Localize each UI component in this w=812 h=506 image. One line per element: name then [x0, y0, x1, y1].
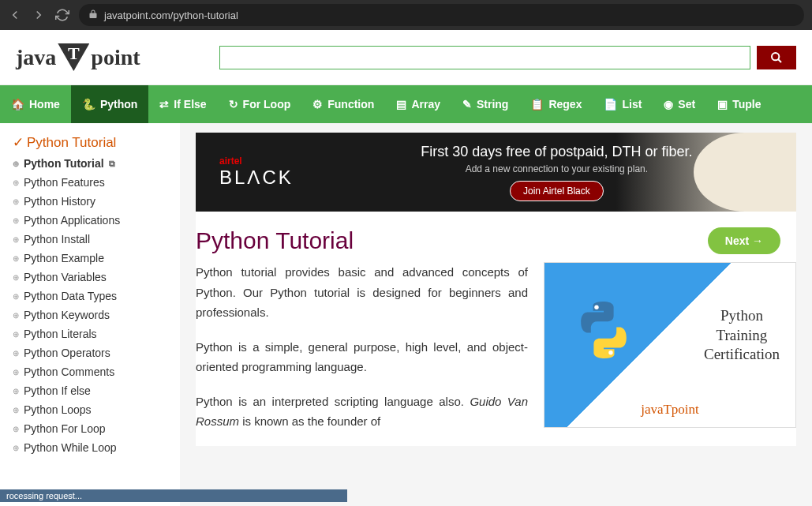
branch-icon: ⇄ — [159, 98, 169, 111]
sidebar-item[interactable]: ⊕Python If else — [5, 381, 180, 400]
next-button[interactable]: Next → — [708, 227, 780, 254]
bullet-icon: ⊕ — [13, 368, 19, 377]
bullet-icon: ⊕ — [13, 254, 19, 263]
url-bar[interactable]: javatpoint.com/python-tutorial — [79, 4, 804, 26]
body-text: Python tutorial provides basic and advan… — [196, 262, 528, 446]
sidebar-header: ✓ Python Tutorial — [5, 131, 180, 154]
title-row: Python Tutorial Next → — [196, 212, 796, 262]
home-icon: 🏠 — [11, 98, 24, 111]
logo-t-icon: T — [58, 43, 89, 71]
fn-icon: ⚙ — [312, 98, 323, 111]
sidebar-item[interactable]: ⊕Python Data Types — [5, 287, 180, 305]
sidebar-item[interactable]: ⊕Python Install — [5, 230, 180, 249]
ad-logo: airtel BLΛCK — [219, 156, 294, 189]
bullet-icon: ⊕ — [13, 311, 19, 320]
content-area: airtel BLΛCK First 30 days free of postp… — [180, 123, 812, 506]
ad-image — [694, 133, 796, 212]
bullet-icon: ⊕ — [13, 178, 19, 187]
paragraph-1: Python tutorial provides basic and advan… — [196, 262, 528, 323]
sidebar-item[interactable]: ⊕Python For Loop — [5, 419, 180, 438]
search-button[interactable] — [757, 46, 796, 69]
bullet-icon: ⊕ — [13, 159, 19, 168]
sidebar-item[interactable]: ⊕Python Keywords — [5, 305, 180, 324]
ad-banner[interactable]: airtel BLΛCK First 30 days free of postp… — [196, 133, 796, 212]
back-button[interactable] — [8, 8, 22, 22]
bullet-icon: ⊕ — [13, 273, 19, 282]
cert-card[interactable]: Python Training Certification javaTpoint — [544, 262, 796, 428]
page-title: Python Tutorial — [196, 227, 354, 254]
sidebar-item[interactable]: ⊕Python Loops — [5, 400, 180, 419]
nav-list[interactable]: 📄List — [593, 85, 653, 123]
reload-button[interactable] — [55, 8, 69, 22]
loop-icon: ↻ — [229, 98, 238, 111]
paragraph-3: Python is an interpreted scripting langu… — [196, 392, 528, 432]
cert-brand: javaTpoint — [641, 402, 699, 418]
bullet-icon: ⊕ — [13, 235, 19, 244]
nav-tuple[interactable]: ▣Tuple — [706, 85, 772, 123]
nav-string[interactable]: ✎String — [451, 85, 519, 123]
bullet-icon: ⊕ — [13, 444, 19, 452]
svg-point-1 — [594, 305, 598, 309]
python-logo-icon — [568, 294, 639, 365]
status-bar: rocessing request... — [0, 489, 347, 502]
sidebar: ✓ Python Tutorial ⊕Python Tutorial ⧉⊕Pyt… — [0, 123, 180, 506]
svg-point-2 — [608, 350, 612, 354]
lock-icon — [88, 8, 98, 22]
sidebar-item[interactable]: ⊕Python Features — [5, 173, 180, 192]
check-icon: ✓ — [13, 134, 24, 151]
bullet-icon: ⊕ — [13, 330, 19, 339]
search-container — [219, 46, 796, 69]
array-icon: ▤ — [396, 98, 406, 111]
bullet-icon: ⊕ — [13, 197, 19, 206]
nav-function[interactable]: ⚙Function — [301, 85, 385, 123]
cert-text: Python Training Certification — [704, 306, 780, 365]
body-row: Python tutorial provides basic and advan… — [196, 262, 796, 446]
tuple-icon: ▣ — [717, 98, 728, 111]
ad-cta-button[interactable]: Join Airtel Black — [510, 181, 604, 201]
paragraph-2: Python is a simple, general purpose, hig… — [196, 337, 528, 377]
nav-forloop[interactable]: ↻For Loop — [218, 85, 302, 123]
main-nav: 🏠Home 🐍Python ⇄If Else ↻For Loop ⚙Functi… — [0, 85, 812, 123]
nav-regex[interactable]: 📋Regex — [519, 85, 593, 123]
nav-array[interactable]: ▤Array — [385, 85, 451, 123]
ad-brand-bottom: BLΛCK — [219, 167, 294, 189]
ad-brand-top: airtel — [219, 156, 294, 167]
string-icon: ✎ — [462, 98, 472, 111]
search-icon — [770, 51, 783, 64]
bullet-icon: ⊕ — [13, 349, 19, 358]
sidebar-item[interactable]: ⊕Python Applications — [5, 211, 180, 230]
sidebar-item[interactable]: ⊕Python Tutorial ⧉ — [5, 154, 180, 173]
nav-home[interactable]: 🏠Home — [0, 85, 71, 123]
bullet-icon: ⊕ — [13, 216, 19, 225]
regex-icon: 📋 — [530, 98, 544, 111]
url-text: javatpoint.com/python-tutorial — [104, 9, 238, 21]
site-header: java T point — [0, 30, 812, 85]
bullet-icon: ⊕ — [13, 406, 19, 414]
set-icon: ◉ — [664, 98, 673, 111]
sidebar-item[interactable]: ⊕Python Example — [5, 249, 180, 268]
list-icon: 📄 — [604, 98, 617, 111]
svg-point-0 — [772, 53, 779, 60]
sidebar-item[interactable]: ⊕Python While Loop — [5, 438, 180, 457]
python-icon: 🐍 — [82, 98, 95, 111]
sidebar-item[interactable]: ⊕Python Literals — [5, 324, 180, 343]
main-container: ✓ Python Tutorial ⊕Python Tutorial ⧉⊕Pyt… — [0, 123, 812, 506]
external-icon: ⧉ — [109, 159, 115, 169]
nav-set[interactable]: ◉Set — [653, 85, 706, 123]
bullet-icon: ⊕ — [13, 292, 19, 301]
sidebar-item[interactable]: ⊕Python Variables — [5, 268, 180, 287]
sidebar-item[interactable]: ⊕Python Operators — [5, 343, 180, 362]
bullet-icon: ⊕ — [13, 425, 19, 433]
sidebar-item[interactable]: ⊕Python History — [5, 192, 180, 211]
nav-python[interactable]: 🐍Python — [71, 85, 148, 123]
bullet-icon: ⊕ — [13, 387, 19, 395]
forward-button[interactable] — [32, 8, 46, 22]
nav-ifelse[interactable]: ⇄If Else — [148, 85, 217, 123]
search-input[interactable] — [219, 46, 750, 69]
sidebar-item[interactable]: ⊕Python Comments — [5, 362, 180, 381]
site-logo[interactable]: java T point — [16, 43, 140, 71]
browser-chrome: javatpoint.com/python-tutorial — [0, 0, 812, 30]
